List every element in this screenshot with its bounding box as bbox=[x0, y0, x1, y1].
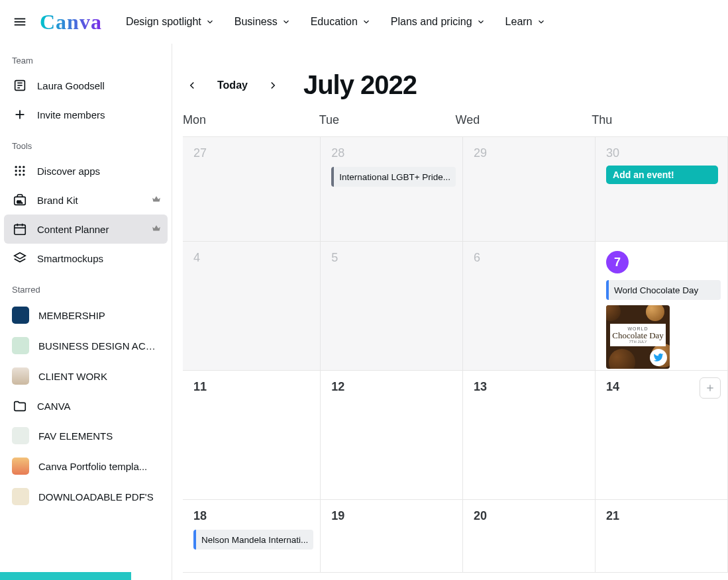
day-number: 11 bbox=[193, 380, 313, 394]
event-text: World Chocolate Day bbox=[609, 285, 703, 295]
calendar-cell[interactable]: 21 bbox=[596, 500, 728, 573]
sidebar: Team Laura Goodsell Invite members Tools… bbox=[0, 44, 172, 580]
calendar-cell[interactable]: 12 bbox=[321, 371, 463, 500]
starred-item-label: CLIENT WORK bbox=[38, 371, 160, 382]
event-text: International LGBT+ Pride... bbox=[334, 172, 456, 182]
folder-thumb bbox=[12, 488, 29, 505]
event-text: Nelson Mandela Internati... bbox=[196, 535, 313, 545]
svg-point-12 bbox=[15, 169, 17, 171]
post-label-line2: Chocolate Day bbox=[611, 331, 664, 340]
next-month-button[interactable] bbox=[264, 76, 282, 95]
calendar-header: Today July 2022 bbox=[172, 44, 728, 113]
calendar-cell[interactable]: 6 bbox=[463, 242, 596, 371]
nav-learn[interactable]: Learn bbox=[505, 16, 546, 28]
sidebar-item-brand-kit[interactable]: co. Brand Kit bbox=[4, 185, 168, 215]
nav-label: Education bbox=[311, 16, 358, 28]
calendar-cell[interactable]: 18 Nelson Mandela Internati... bbox=[183, 500, 321, 573]
calendar-cell[interactable]: 4 bbox=[183, 242, 321, 371]
calendar-cell[interactable]: 19 bbox=[321, 500, 463, 573]
starred-item-label: FAV ELEMENTS bbox=[38, 430, 160, 442]
day-number: 27 bbox=[193, 146, 313, 160]
starred-item-label: MEMBERSHIP bbox=[38, 310, 160, 321]
event-chip[interactable]: International LGBT+ Pride... bbox=[331, 167, 456, 187]
starred-item-label: BUSINESS DESIGN ACA... bbox=[38, 340, 160, 352]
top-nav: Design spotlight Business Education Plan… bbox=[126, 16, 546, 28]
nav-label: Design spotlight bbox=[126, 16, 201, 28]
calendar-cell[interactable]: 20 bbox=[463, 500, 596, 573]
day-header: Tue bbox=[319, 113, 456, 127]
svg-point-9 bbox=[15, 166, 17, 168]
starred-item-canva[interactable]: CANVA bbox=[4, 391, 168, 420]
chevron-down-icon bbox=[205, 17, 215, 26]
svg-point-17 bbox=[23, 173, 25, 175]
calendar-icon bbox=[12, 221, 28, 237]
starred-item-pdfs[interactable]: DOWNLOADABLE PDF'S bbox=[4, 481, 168, 512]
starred-item-label: CANVA bbox=[37, 401, 160, 412]
day-number: 30 bbox=[606, 146, 721, 160]
sidebar-item-content-planner[interactable]: Content Planner bbox=[4, 215, 168, 244]
add-event-plus-button[interactable] bbox=[700, 377, 721, 399]
folder-thumb bbox=[12, 337, 29, 354]
hamburger-menu-icon[interactable] bbox=[12, 14, 28, 30]
team-member-row[interactable]: Laura Goodsell bbox=[4, 71, 168, 100]
event-chip[interactable]: World Chocolate Day bbox=[606, 280, 721, 300]
folder-thumb bbox=[12, 458, 29, 475]
day-number: 13 bbox=[474, 380, 588, 394]
canva-logo[interactable]: Canva bbox=[40, 10, 102, 34]
folder-thumb bbox=[12, 307, 29, 324]
chevron-down-icon bbox=[537, 17, 546, 26]
invite-members-row[interactable]: Invite members bbox=[4, 100, 168, 129]
brand-kit-icon: co. bbox=[12, 192, 28, 208]
svg-rect-20 bbox=[15, 225, 26, 235]
starred-item-client-work[interactable]: CLIENT WORK bbox=[4, 361, 168, 391]
svg-point-10 bbox=[19, 166, 21, 168]
starred-item-business-design[interactable]: BUSINESS DESIGN ACA... bbox=[4, 330, 168, 361]
bottom-accent-bar bbox=[0, 572, 131, 580]
add-event-button[interactable]: Add an event! bbox=[606, 166, 718, 184]
nav-label: Learn bbox=[505, 16, 533, 28]
nav-business[interactable]: Business bbox=[234, 16, 291, 28]
sidebar-item-smartmockups[interactable]: Smartmockups bbox=[4, 244, 168, 273]
day-header: Wed bbox=[456, 113, 592, 127]
day-number: 28 bbox=[331, 146, 456, 160]
crown-icon bbox=[152, 224, 161, 235]
starred-item-membership[interactable]: MEMBERSHIP bbox=[4, 300, 168, 330]
sidebar-item-label: Content Planner bbox=[37, 224, 160, 235]
calendar-cell[interactable]: 13 bbox=[463, 371, 596, 500]
calendar-cell[interactable]: 28 International LGBT+ Pride... bbox=[321, 137, 463, 242]
calendar-cell-today[interactable]: 7 World Chocolate Day WORLD Chocolate Da… bbox=[596, 242, 728, 371]
crown-icon bbox=[152, 195, 161, 206]
prev-month-button[interactable] bbox=[183, 76, 201, 95]
nav-plans-pricing[interactable]: Plans and pricing bbox=[391, 16, 486, 28]
calendar-cell[interactable]: 29 bbox=[463, 137, 596, 242]
day-number: 6 bbox=[474, 251, 588, 265]
layers-icon bbox=[12, 250, 28, 266]
svg-point-16 bbox=[19, 173, 21, 175]
team-member-name: Laura Goodsell bbox=[37, 80, 160, 91]
day-number: 12 bbox=[331, 380, 456, 394]
nav-label: Plans and pricing bbox=[391, 16, 472, 28]
scheduled-post-thumb[interactable]: WORLD Chocolate Day 7TH JULY bbox=[606, 305, 670, 369]
starred-item-fav-elements[interactable]: FAV ELEMENTS bbox=[4, 420, 168, 451]
plus-icon bbox=[12, 107, 28, 122]
svg-marker-24 bbox=[15, 253, 26, 259]
day-number: 4 bbox=[193, 251, 313, 265]
topbar: Canva Design spotlight Business Educatio… bbox=[0, 0, 728, 44]
calendar-grid: 27 28 International LGBT+ Pride... 29 30… bbox=[183, 136, 728, 573]
folder-thumb bbox=[12, 367, 29, 385]
calendar-cell[interactable]: 30 Add an event! bbox=[596, 137, 728, 242]
calendar-cell[interactable]: 27 bbox=[183, 137, 321, 242]
sidebar-item-discover-apps[interactable]: Discover apps bbox=[4, 156, 168, 185]
folder-thumb bbox=[12, 427, 29, 444]
event-chip[interactable]: Nelson Mandela Internati... bbox=[193, 530, 313, 550]
apps-grid-icon bbox=[12, 163, 28, 179]
calendar-cell[interactable]: 11 bbox=[183, 371, 321, 500]
calendar-cell[interactable]: 5 bbox=[321, 242, 463, 371]
nav-design-spotlight[interactable]: Design spotlight bbox=[126, 16, 215, 28]
day-header: Thu bbox=[592, 113, 728, 127]
today-button[interactable]: Today bbox=[213, 77, 252, 94]
day-number: 18 bbox=[193, 509, 313, 523]
starred-item-portfolio[interactable]: Canva Portfolio templa... bbox=[4, 451, 168, 481]
calendar-cell[interactable]: 14 bbox=[596, 371, 728, 500]
nav-education[interactable]: Education bbox=[311, 16, 371, 28]
